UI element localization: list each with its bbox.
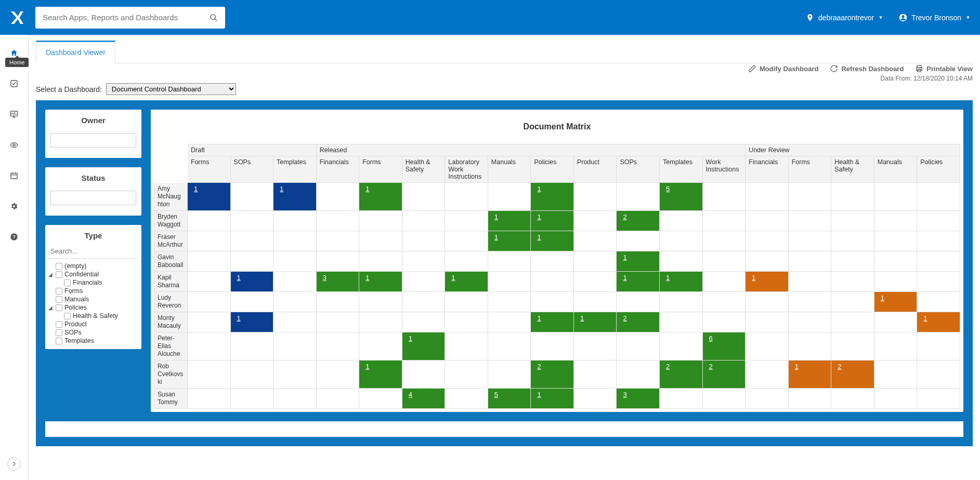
svg-point-3 bbox=[901, 15, 904, 18]
chevron-down-icon: ▼ bbox=[878, 15, 883, 20]
app-logo[interactable] bbox=[9, 10, 25, 25]
user-menu[interactable]: Trevor Bronson ▼ bbox=[899, 14, 971, 22]
svg-line-1 bbox=[215, 19, 217, 21]
location-label: debraaarontrevor bbox=[818, 14, 874, 22]
user-label: Trevor Bronson bbox=[911, 14, 961, 22]
app-header: debraaarontrevor ▼ Trevor Bronson ▼ bbox=[0, 0, 980, 35]
search-input[interactable] bbox=[43, 13, 210, 22]
svg-point-0 bbox=[211, 15, 215, 19]
location-menu[interactable]: debraaarontrevor ▼ bbox=[806, 14, 883, 22]
search-icon[interactable] bbox=[210, 13, 218, 22]
header-right: debraaarontrevor ▼ Trevor Bronson ▼ bbox=[806, 14, 971, 22]
chevron-down-icon: ▼ bbox=[965, 15, 971, 20]
global-search[interactable] bbox=[35, 7, 225, 29]
